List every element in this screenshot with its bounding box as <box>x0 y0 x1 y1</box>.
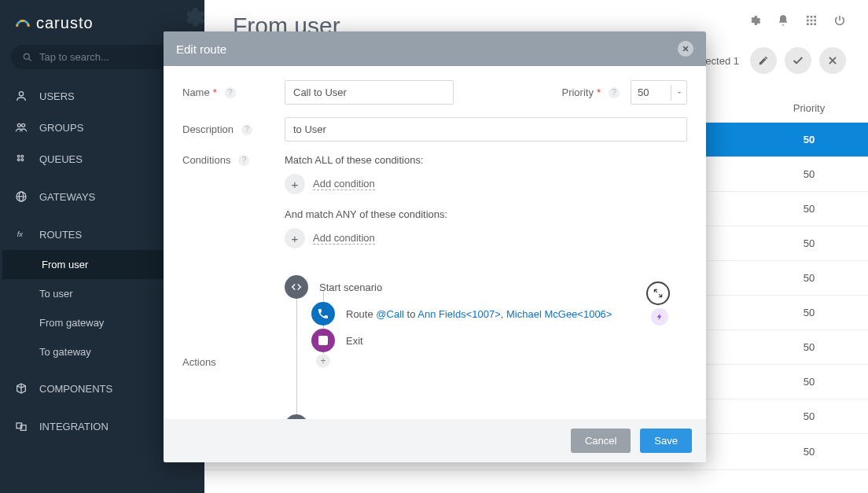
close-icon[interactable] <box>678 41 693 57</box>
component-icon <box>14 381 28 396</box>
description-input[interactable] <box>285 117 687 142</box>
integration-icon <box>14 419 28 433</box>
confirm-button[interactable] <box>785 47 811 74</box>
settings-gear-icon[interactable] <box>181 5 206 34</box>
brand-name: carusto <box>36 14 94 32</box>
modal-title: Edit route <box>176 42 226 56</box>
bolt-icon[interactable] <box>651 308 668 326</box>
scenario-exit-node[interactable]: Exit <box>311 329 363 352</box>
modal-body: Name *? Priority *? 50 Description? Cond… <box>164 66 706 419</box>
svg-point-4 <box>22 123 25 127</box>
modal-header: Edit route <box>164 31 706 66</box>
logo-icon <box>14 15 31 32</box>
add-action-node[interactable]: + <box>316 354 330 368</box>
svg-point-8 <box>21 159 24 161</box>
priority-select[interactable]: 50 <box>631 80 687 105</box>
power-icon[interactable] <box>833 14 846 27</box>
gateway-icon <box>14 189 28 204</box>
scenario-route-node[interactable]: Route @Call to Ann Fields<1007>, Michael… <box>311 302 612 326</box>
svg-text:fx: fx <box>17 230 24 238</box>
name-input[interactable] <box>285 80 454 105</box>
call-link[interactable]: @Call <box>376 308 404 320</box>
scenario-end-node[interactable]: End scenario <box>285 414 379 419</box>
apps-icon[interactable] <box>805 14 818 27</box>
label-priority: Priority <box>561 86 593 98</box>
delete-button[interactable] <box>819 47 846 74</box>
search-placeholder: Tap to search... <box>39 51 109 63</box>
route-text: Route @Call to Ann Fields<1007>, Michael… <box>346 308 612 320</box>
scenario-start-node[interactable]: Start scenario <box>285 275 382 299</box>
svg-point-2 <box>19 92 23 96</box>
label-name: Name <box>182 86 210 98</box>
header-priority[interactable]: Priority <box>774 102 844 114</box>
stop-icon <box>311 329 335 352</box>
label-conditions: Conditions <box>182 154 230 166</box>
user-icon <box>14 89 28 103</box>
add-all-condition-button[interactable]: + <box>285 174 305 194</box>
user-link[interactable]: Michael McGee<1006> <box>506 308 612 320</box>
search-icon <box>22 52 33 63</box>
code-icon <box>285 275 308 299</box>
settings-icon[interactable] <box>748 14 761 27</box>
conditions-any-text: And match ANY of these conditions: <box>285 208 687 220</box>
svg-rect-16 <box>811 16 813 18</box>
svg-point-3 <box>17 123 20 127</box>
svg-rect-23 <box>814 23 816 25</box>
svg-point-6 <box>21 155 24 157</box>
phone-icon <box>311 302 335 326</box>
svg-point-5 <box>17 155 20 157</box>
add-any-condition-link[interactable]: Add condition <box>313 232 375 245</box>
svg-rect-19 <box>811 20 813 22</box>
scenario-canvas: Start scenario Route @Call to Ann Fields… <box>285 275 687 419</box>
help-icon[interactable]: ? <box>241 124 252 135</box>
queue-icon <box>14 152 28 166</box>
svg-point-7 <box>17 159 20 161</box>
expand-icon[interactable] <box>646 281 670 305</box>
add-all-condition-link[interactable]: Add condition <box>313 178 375 190</box>
svg-line-1 <box>29 58 31 61</box>
svg-rect-20 <box>814 20 816 22</box>
svg-rect-18 <box>807 20 809 22</box>
svg-rect-15 <box>807 16 809 18</box>
route-icon: fx <box>14 227 28 241</box>
help-icon[interactable]: ? <box>609 87 620 98</box>
label-description: Description <box>182 123 234 135</box>
label-actions: Actions <box>182 356 216 368</box>
top-actions <box>748 14 846 27</box>
chevron-down-icon <box>671 85 686 101</box>
cancel-button[interactable]: Cancel <box>571 429 631 453</box>
svg-rect-22 <box>811 23 813 25</box>
conditions-all-text: Match ALL of these conditions: <box>285 154 687 166</box>
user-link[interactable]: Ann Fields<1007> <box>417 308 501 320</box>
edit-route-modal: Edit route Name *? Priority *? 50 Descri… <box>164 31 706 462</box>
svg-rect-17 <box>814 16 816 18</box>
add-any-condition-button[interactable]: + <box>285 228 305 248</box>
svg-point-0 <box>24 53 29 59</box>
group-icon <box>14 120 28 134</box>
bell-icon[interactable] <box>777 14 789 27</box>
modal-footer: Cancel Save <box>164 419 706 462</box>
edit-button[interactable] <box>750 47 777 74</box>
svg-rect-21 <box>807 23 809 25</box>
code-icon <box>285 414 308 419</box>
save-button[interactable]: Save <box>640 429 692 453</box>
help-icon[interactable]: ? <box>225 87 236 98</box>
help-icon[interactable]: ? <box>238 155 249 166</box>
